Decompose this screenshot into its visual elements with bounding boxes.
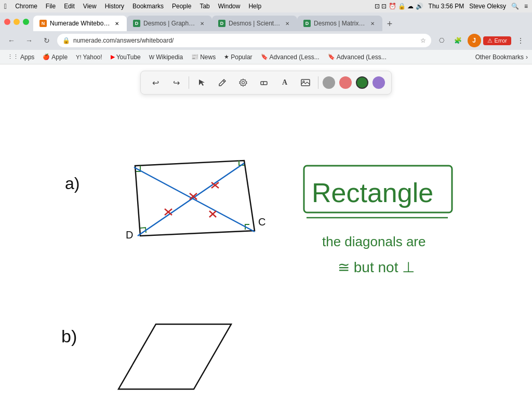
minimize-window-button[interactable] — [14, 19, 20, 25]
toolbar-divider-2 — [318, 76, 318, 89]
menubar-right: ⊡ ⊡ ⏰ 🔒 ☁ 🔊 Thu 3:56 PM Steve Oleksy 🔍 ≡ — [375, 3, 528, 10]
popular-icon: ★ — [224, 54, 229, 60]
label-a: a) — [65, 174, 79, 193]
color-gray-swatch[interactable] — [323, 76, 335, 89]
forward-button[interactable]: → — [22, 33, 36, 48]
settings-tool-button[interactable] — [235, 74, 251, 91]
tab-close-2[interactable]: ✕ — [198, 20, 206, 27]
other-bookmarks[interactable]: Other Bookmarks › — [475, 54, 528, 61]
bookmark-advanced-1-label: Advanced (Less... — [270, 54, 320, 61]
back-button[interactable]: ← — [4, 33, 19, 48]
traffic-lights — [0, 12, 33, 31]
url-text: numerade.com/answers/whiteboard/ — [73, 37, 417, 44]
menu-bookmarks[interactable]: Bookmarks — [132, 3, 164, 10]
menu-edit[interactable]: Edit — [64, 3, 75, 10]
menu-history[interactable]: History — [105, 3, 124, 10]
bookmark-advanced-2[interactable]: 🔖 Advanced (Less... — [325, 52, 390, 62]
bookmark-apps-label: Apps — [20, 54, 34, 61]
whiteboard-canvas[interactable]: ↩ ↪ A — [0, 64, 532, 399]
navigation-bar: ← → ↻ 🔒 numerade.com/answers/whiteboard/… — [0, 31, 532, 50]
menubar-time: Thu 3:56 PM — [429, 3, 464, 10]
menu-button[interactable]: ⋮ — [513, 33, 528, 48]
youtube-icon: ▶ — [111, 54, 115, 60]
tab-close-3[interactable]: ✕ — [284, 20, 291, 27]
bookmark-wikipedia[interactable]: W Wikipedia — [146, 52, 186, 62]
bookmark-youtube-label: YouTube — [116, 54, 141, 61]
bookmark-advanced-1[interactable]: 🔖 Advanced (Less... — [258, 52, 323, 62]
pencil-icon — [218, 78, 227, 87]
address-bar[interactable]: 🔒 numerade.com/answers/whiteboard/ ☆ — [57, 34, 431, 47]
eraser-tool-button[interactable] — [256, 74, 272, 91]
cursor-icon — [197, 78, 206, 87]
menubar-user: Steve Oleksy — [469, 3, 506, 10]
cast-button[interactable]: ⎔ — [434, 33, 449, 48]
label-b: b) — [61, 326, 77, 346]
bookmark-folder-icon-1: 🔖 — [261, 54, 268, 60]
bookmark-youtube[interactable]: ▶ YouTube — [108, 52, 144, 62]
tab-desmos-scientific[interactable]: D Desmos | Scientific Calculat... ✕ — [212, 16, 297, 31]
vertex-c-label: C — [258, 216, 265, 228]
wikipedia-icon: W — [149, 54, 154, 60]
tab-bar: N Numerade Whiteboard ✕ D Desmos | Graph… — [33, 12, 532, 31]
description-line2: ≅ but not ⊥ — [338, 259, 415, 275]
wrench-icon — [239, 78, 247, 87]
bookmark-wikipedia-label: Wikipedia — [156, 54, 183, 61]
news-icon: 📰 — [191, 54, 198, 60]
diagonal-1 — [138, 163, 244, 236]
tab-label-1: Numerade Whiteboard — [50, 20, 110, 27]
select-tool-button[interactable] — [193, 74, 210, 91]
vertex-d-label: D — [126, 229, 133, 241]
fullscreen-window-button[interactable] — [23, 19, 29, 25]
error-badge[interactable]: ⚠ Error — [483, 36, 511, 45]
menu-people[interactable]: People — [172, 3, 191, 10]
bookmark-folder-icon-2: 🔖 — [328, 54, 335, 60]
bookmark-apps[interactable]: ⋮⋮ Apps — [4, 52, 37, 62]
menu-window[interactable]: Window — [218, 3, 241, 10]
menu-view[interactable]: View — [83, 3, 97, 10]
apple-bookmark-icon: 🍎 — [43, 54, 50, 60]
control-strip-icon[interactable]: ≡ — [524, 3, 528, 10]
pencil-tool-button[interactable] — [214, 74, 231, 91]
menu-chrome[interactable]: Chrome — [15, 3, 37, 10]
diagonal-2 — [134, 167, 255, 232]
text-tool-button[interactable]: A — [276, 74, 293, 91]
extensions-button[interactable]: 🧩 — [451, 33, 466, 48]
menu-help[interactable]: Help — [248, 3, 261, 10]
color-purple-swatch[interactable] — [373, 76, 385, 89]
tab-close-4[interactable]: ✕ — [369, 20, 376, 27]
yahoo-icon: Y! — [76, 54, 81, 60]
search-icon[interactable]: 🔍 — [511, 3, 519, 10]
close-window-button[interactable] — [4, 19, 10, 25]
bookmark-news-label: News — [200, 54, 216, 61]
apple-menu[interactable]:  — [4, 2, 7, 10]
tab-label-2: Desmos | Graphing Calculat... — [143, 20, 195, 27]
tab-desmos-matrix[interactable]: D Desmos | Matrix Calculator ✕ — [297, 16, 382, 31]
browser-chrome: N Numerade Whiteboard ✕ D Desmos | Graph… — [0, 12, 532, 64]
menu-tab[interactable]: Tab — [200, 3, 209, 10]
tab-close-1[interactable]: ✕ — [113, 20, 121, 27]
menu-file[interactable]: File — [46, 3, 56, 10]
color-green-swatch[interactable] — [356, 76, 368, 89]
chevron-right-icon: › — [526, 54, 528, 61]
bookmark-star-icon[interactable]: ☆ — [420, 37, 426, 44]
new-tab-button[interactable]: + — [382, 17, 397, 31]
tab-desmos-graphing[interactable]: D Desmos | Graphing Calculat... ✕ — [127, 16, 212, 31]
bookmark-yahoo-label: Yahoo! — [83, 54, 102, 61]
redo-button[interactable]: ↪ — [168, 74, 184, 91]
drawing-toolbar: ↩ ↪ A — [140, 71, 392, 95]
bookmark-popular[interactable]: ★ Popular — [221, 52, 255, 62]
other-bookmarks-label: Other Bookmarks — [475, 54, 524, 61]
drawing-canvas[interactable]: a) D C Rectangle the diagonals — [0, 64, 532, 399]
image-tool-button[interactable] — [297, 74, 314, 91]
bookmark-news[interactable]: 📰 News — [188, 52, 219, 62]
svg-rect-2 — [261, 82, 267, 85]
bookmark-apple[interactable]: 🍎 Apple — [39, 52, 71, 62]
undo-button[interactable]: ↩ — [147, 74, 164, 91]
bookmark-yahoo[interactable]: Y! Yahoo! — [73, 52, 105, 62]
profile-button[interactable]: J — [468, 34, 481, 47]
menubar-icons: ⊡ ⊡ ⏰ 🔒 ☁ 🔊 — [375, 3, 423, 10]
color-pink-swatch[interactable] — [339, 76, 352, 89]
refresh-button[interactable]: ↻ — [39, 33, 54, 48]
eraser-icon — [260, 78, 268, 87]
tab-numerade-whiteboard[interactable]: N Numerade Whiteboard ✕ — [33, 16, 127, 31]
